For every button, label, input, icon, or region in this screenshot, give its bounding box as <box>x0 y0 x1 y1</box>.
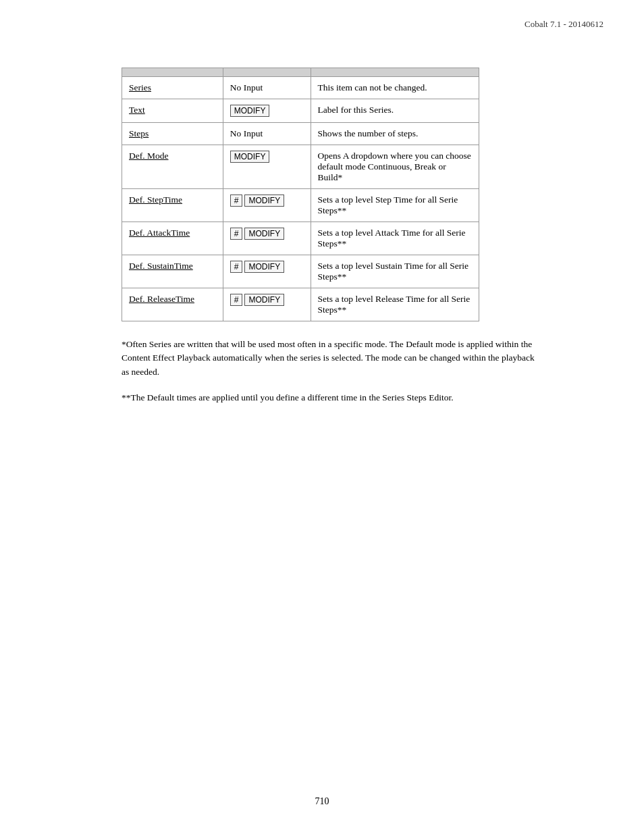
properties-table: SeriesNo InputThis item can not be chang… <box>122 68 479 321</box>
hash-button[interactable]: # <box>230 194 243 207</box>
modify-button[interactable]: MODIFY <box>244 261 284 273</box>
row-description-cell: Label for this Series. <box>311 99 479 123</box>
row-description-cell: Sets a top level Sustain Time for all Se… <box>311 255 479 288</box>
row-description-cell: Sets a top level Attack Time for all Ser… <box>311 222 479 255</box>
row-description-cell: This item can not be changed. <box>311 77 479 99</box>
table-row: StepsNo InputShows the number of steps. <box>122 123 479 145</box>
row-description-cell: Sets a top level Release Time for all Se… <box>311 288 479 321</box>
hash-button[interactable]: # <box>230 294 243 306</box>
modify-button[interactable]: MODIFY <box>244 228 284 240</box>
row-description-cell: Sets a top level Step Time for all Serie… <box>311 189 479 222</box>
row-name-cell: Steps <box>122 123 223 145</box>
table-row: Def. StepTime#MODIFYSets a top level Ste… <box>122 189 479 222</box>
property-name: Def. Mode <box>129 151 168 161</box>
header-title: Cobalt 7.1 - 20140612 <box>525 19 603 29</box>
modify-button[interactable]: MODIFY <box>244 194 284 207</box>
modify-button[interactable]: MODIFY <box>230 151 270 163</box>
row-input-cell: #MODIFY <box>223 288 311 321</box>
row-input-cell: MODIFY <box>223 145 311 189</box>
table-row: TextMODIFYLabel for this Series. <box>122 99 479 123</box>
property-name: Text <box>129 105 145 115</box>
col-header-name <box>122 68 223 77</box>
footnote-1: *Often Series are written that will be u… <box>122 338 540 379</box>
property-name: Series <box>129 82 151 93</box>
col-header-input <box>223 68 311 77</box>
property-name: Def. ReleaseTime <box>129 294 194 304</box>
row-input-cell: #MODIFY <box>223 222 311 255</box>
hash-button[interactable]: # <box>230 228 243 240</box>
page-number: 710 <box>315 796 329 807</box>
row-name-cell: Series <box>122 77 223 99</box>
row-name-cell: Def. SustainTime <box>122 255 223 288</box>
row-name-cell: Def. AttackTime <box>122 222 223 255</box>
row-input-cell: No Input <box>223 123 311 145</box>
footnote-2: **The Default times are applied until yo… <box>122 391 540 405</box>
property-name: Steps <box>129 128 149 138</box>
table-row: SeriesNo InputThis item can not be chang… <box>122 77 479 99</box>
col-header-desc <box>311 68 479 77</box>
modify-button[interactable]: MODIFY <box>244 294 284 306</box>
table-row: Def. ModeMODIFYOpens A dropdown where yo… <box>122 145 479 189</box>
row-name-cell: Def. StepTime <box>122 189 223 222</box>
row-input-cell: MODIFY <box>223 99 311 123</box>
row-description-cell: Shows the number of steps. <box>311 123 479 145</box>
table-row: Def. ReleaseTime#MODIFYSets a top level … <box>122 288 479 321</box>
row-input-cell: #MODIFY <box>223 255 311 288</box>
property-name: Def. StepTime <box>129 194 182 205</box>
row-name-cell: Def. ReleaseTime <box>122 288 223 321</box>
table-row: Def. AttackTime#MODIFYSets a top level A… <box>122 222 479 255</box>
page-header: Cobalt 7.1 - 20140612 <box>525 19 603 30</box>
property-name: Def. AttackTime <box>129 228 190 238</box>
row-name-cell: Def. Mode <box>122 145 223 189</box>
page-content: SeriesNo InputThis item can not be chang… <box>122 68 603 417</box>
table-row: Def. SustainTime#MODIFYSets a top level … <box>122 255 479 288</box>
row-description-cell: Opens A dropdown where you can choose de… <box>311 145 479 189</box>
row-input-cell: No Input <box>223 77 311 99</box>
hash-button[interactable]: # <box>230 261 243 273</box>
modify-button[interactable]: MODIFY <box>230 105 270 117</box>
row-name-cell: Text <box>122 99 223 123</box>
row-input-cell: #MODIFY <box>223 189 311 222</box>
property-name: Def. SustainTime <box>129 261 193 271</box>
